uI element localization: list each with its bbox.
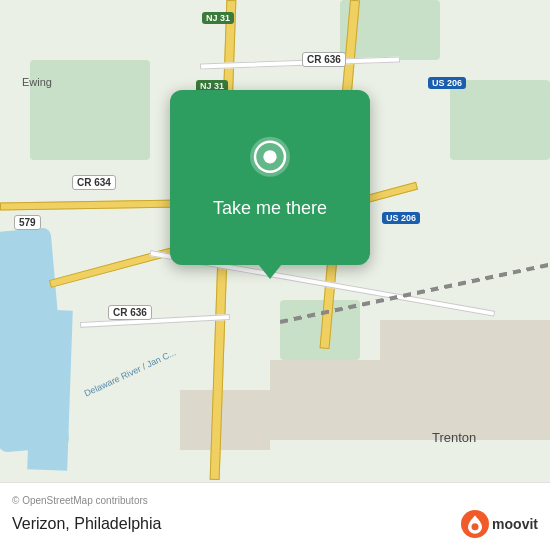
take-me-there-label: Take me there xyxy=(213,198,327,219)
park-4 xyxy=(30,60,150,160)
urban-1 xyxy=(380,320,550,440)
attribution-text: © OpenStreetMap contributors xyxy=(12,495,538,506)
location-pin-icon xyxy=(245,136,295,186)
moovit-logo[interactable]: moovit xyxy=(461,510,538,538)
label-nj31-top: NJ 31 xyxy=(202,12,234,24)
info-bar: © OpenStreetMap contributors Verizon, Ph… xyxy=(0,482,550,550)
svg-point-2 xyxy=(263,150,276,163)
city-ewing: Ewing xyxy=(22,76,52,88)
label-579: 579 xyxy=(14,215,41,230)
river-2 xyxy=(27,309,73,470)
label-cr634: CR 634 xyxy=(72,175,116,190)
city-trenton: Trenton xyxy=(432,430,476,445)
moovit-text: moovit xyxy=(492,516,538,532)
take-me-there-popup[interactable]: Take me there xyxy=(170,90,370,265)
location-info: Verizon, Philadelphia moovit xyxy=(12,510,538,538)
moovit-icon xyxy=(461,510,489,538)
label-us206-top: US 206 xyxy=(428,77,466,89)
map-container: Delaware River / Jan C... NJ 31 NJ 31 CR… xyxy=(0,0,550,550)
label-cr636-top: CR 636 xyxy=(302,52,346,67)
urban-3 xyxy=(180,390,270,450)
park-2 xyxy=(450,80,550,160)
label-cr636-bot: CR 636 xyxy=(108,305,152,320)
label-us206-mid: US 206 xyxy=(382,212,420,224)
urban-2 xyxy=(270,360,390,440)
location-name: Verizon, Philadelphia xyxy=(12,515,161,533)
svg-point-4 xyxy=(472,523,479,530)
